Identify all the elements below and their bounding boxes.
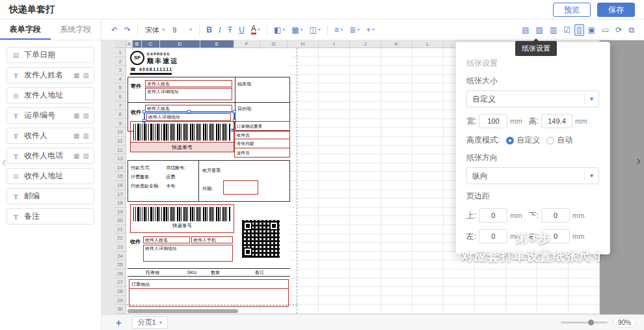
sender-address-field[interactable]: 发件人详细地址 bbox=[145, 88, 232, 100]
column-header-A[interactable]: A bbox=[126, 40, 133, 48]
font-family-select[interactable]: 宋体▾ bbox=[142, 24, 168, 36]
recipient-phone-field[interactable]: 收件人手机 bbox=[191, 236, 233, 243]
merge-cells-icon[interactable]: ◫▾ bbox=[307, 24, 323, 36]
add-sheet-button[interactable]: + bbox=[116, 316, 122, 329]
row-header-15[interactable]: 15 bbox=[114, 172, 126, 181]
row-header-18[interactable]: 18 bbox=[114, 199, 126, 208]
horizontal-scrollbar[interactable] bbox=[127, 309, 238, 313]
column-header-G[interactable]: G bbox=[260, 40, 288, 48]
row-header-30[interactable]: 30 bbox=[114, 305, 126, 314]
field-item-3[interactable]: ◎发件人地址 bbox=[7, 87, 94, 103]
radio-custom[interactable]: 自定义 bbox=[506, 135, 540, 146]
column-header-C[interactable]: C bbox=[142, 40, 160, 48]
row-header-5[interactable]: 5 bbox=[114, 83, 126, 92]
row-header-6[interactable]: 6 bbox=[114, 92, 126, 102]
row-header-29[interactable]: 29 bbox=[114, 296, 126, 305]
row-header-2[interactable]: 2 bbox=[114, 57, 126, 66]
collapse-sidebar-icon[interactable]: ‹ bbox=[2, 155, 7, 168]
row-header-23[interactable]: 23 bbox=[114, 243, 126, 252]
barcode-icon[interactable]: ▥ bbox=[83, 152, 89, 159]
preview-button[interactable]: 预览 bbox=[553, 3, 591, 17]
redo-icon[interactable]: ↷ bbox=[122, 24, 133, 36]
chart-icon[interactable]: ▥ bbox=[547, 24, 559, 36]
radio-auto[interactable]: 自动 bbox=[546, 135, 572, 146]
row-header-11[interactable]: 11 bbox=[114, 137, 126, 146]
column-header-E[interactable]: E bbox=[200, 40, 234, 48]
zoom-slider-thumb[interactable] bbox=[588, 320, 594, 325]
barcode-icon[interactable]: ▥ bbox=[83, 112, 89, 119]
row-header-13[interactable]: 13 bbox=[114, 154, 126, 163]
order-items-field[interactable]: 订单物品 bbox=[129, 279, 289, 307]
insert-icon[interactable]: +▾ bbox=[364, 24, 377, 36]
column-header-H[interactable]: H bbox=[288, 40, 319, 48]
page-setup-icon[interactable]: ▭ bbox=[599, 24, 611, 36]
qrcode-icon[interactable]: ▦ bbox=[74, 112, 79, 119]
row-header-19[interactable]: 19 bbox=[114, 208, 126, 217]
refresh-icon[interactable]: ⟳ bbox=[613, 24, 624, 36]
field-item-9[interactable]: T备注 bbox=[7, 208, 94, 225]
column-header-K[interactable]: K bbox=[381, 40, 412, 48]
recipient-address-field-2[interactable]: 收件人详细地址 bbox=[143, 245, 233, 262]
barcode-box-2[interactable]: 快递单号 bbox=[130, 204, 234, 233]
barcode-box-1[interactable]: 快递单号 bbox=[130, 121, 234, 152]
paper-size-select[interactable]: 自定义 ▾ bbox=[466, 90, 599, 107]
column-header-D[interactable]: D bbox=[160, 40, 200, 48]
date-field[interactable] bbox=[223, 180, 258, 195]
field-item-5[interactable]: T收件人▦▥ bbox=[7, 128, 94, 144]
paper-settings-icon[interactable]: ▯ bbox=[574, 24, 584, 36]
font-color-icon[interactable]: A▾ bbox=[248, 24, 263, 36]
row-header-20[interactable]: 20 bbox=[114, 216, 126, 225]
column-header-I[interactable]: I bbox=[319, 40, 350, 48]
height-input[interactable] bbox=[541, 114, 572, 128]
column-header-J[interactable]: J bbox=[350, 40, 381, 48]
image-icon[interactable]: ▧ bbox=[533, 24, 546, 36]
row-header-12[interactable]: 12 bbox=[114, 146, 126, 155]
row-header-27[interactable]: 27 bbox=[114, 278, 126, 287]
field-item-7[interactable]: ◎收件人地址 bbox=[7, 168, 94, 184]
row-header-17[interactable]: 17 bbox=[114, 190, 126, 199]
orientation-select[interactable]: 纵向 ▾ bbox=[466, 167, 599, 184]
tab-form-fields[interactable]: 表单字段 bbox=[0, 20, 51, 40]
row-header-14[interactable]: 14 bbox=[114, 163, 126, 172]
italic-icon[interactable]: I bbox=[216, 24, 224, 36]
row-header-22[interactable]: 22 bbox=[114, 234, 126, 243]
freeze-icon[interactable]: ▤ bbox=[519, 24, 531, 36]
zoom-slider[interactable] bbox=[561, 322, 608, 323]
row-header-25[interactable]: 25 bbox=[114, 260, 126, 269]
qrcode-icon[interactable]: ▦ bbox=[74, 72, 79, 79]
save-button[interactable]: 保存 bbox=[597, 3, 635, 17]
row-header-4[interactable]: 4 bbox=[114, 75, 126, 84]
expand-panel-icon[interactable]: › bbox=[636, 154, 641, 167]
bold-icon[interactable]: B bbox=[204, 24, 215, 36]
row-header-3[interactable]: 3 bbox=[114, 66, 126, 75]
row-header-28[interactable]: 28 bbox=[114, 287, 126, 296]
field-item-1[interactable]: ▤下单日期 bbox=[7, 47, 94, 63]
column-header-B[interactable]: B bbox=[133, 40, 142, 48]
font-size-select[interactable]: 9▾ bbox=[169, 24, 195, 36]
shipping-label[interactable]: SF EXPRESS 顺丰速运 ☎ 4008111111 寄件 发件人姓名 发件… bbox=[127, 49, 290, 305]
width-input[interactable] bbox=[479, 114, 507, 128]
strikethrough-icon[interactable]: Ŧ bbox=[225, 24, 235, 36]
borders-icon[interactable]: ▦▾ bbox=[289, 24, 305, 36]
barcode-icon[interactable]: ▥ bbox=[83, 72, 89, 79]
row-header-8[interactable]: 8 bbox=[114, 110, 126, 119]
barcode-icon[interactable]: ▥ bbox=[83, 132, 89, 139]
row-header-1[interactable]: 1 bbox=[114, 48, 126, 57]
qrcode-icon[interactable]: ▦ bbox=[74, 132, 79, 139]
row-header-10[interactable]: 10 bbox=[114, 128, 126, 137]
column-header-F[interactable]: F bbox=[234, 40, 260, 48]
field-item-6[interactable]: T收件人电话▦▥ bbox=[7, 148, 94, 164]
select-all-corner[interactable] bbox=[114, 40, 126, 48]
row-header-24[interactable]: 24 bbox=[114, 252, 126, 261]
align-horizontal-icon[interactable]: ≡▾ bbox=[332, 24, 345, 36]
column-header-L[interactable]: L bbox=[412, 40, 444, 48]
field-item-8[interactable]: T邮编 bbox=[7, 188, 94, 204]
row-header-16[interactable]: 16 bbox=[114, 181, 126, 190]
fill-color-icon[interactable]: ◧▾ bbox=[271, 24, 288, 36]
field-item-2[interactable]: T发件人姓名▦▥ bbox=[7, 67, 94, 83]
copy-icon[interactable]: ⧉ bbox=[626, 24, 637, 36]
underline-icon[interactable]: U bbox=[236, 24, 247, 36]
qrcode-icon[interactable]: ▦ bbox=[74, 152, 79, 159]
recipient-name-field-2[interactable]: 收件人姓名 bbox=[143, 236, 190, 243]
align-vertical-icon[interactable]: ≣▾ bbox=[347, 24, 362, 36]
